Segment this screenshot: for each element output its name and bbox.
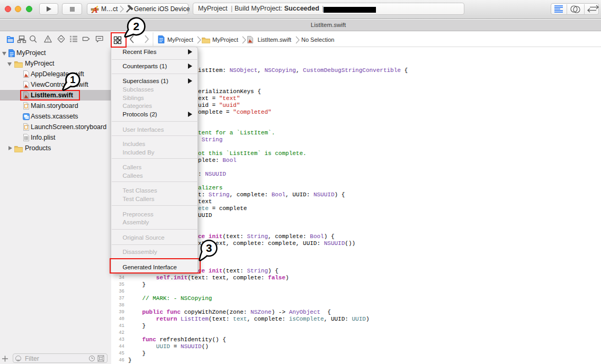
svg-text:3: 3 <box>206 242 212 254</box>
svg-text:A: A <box>92 6 97 14</box>
svg-text:2: 2 <box>133 20 139 32</box>
svg-text:1: 1 <box>70 74 75 85</box>
